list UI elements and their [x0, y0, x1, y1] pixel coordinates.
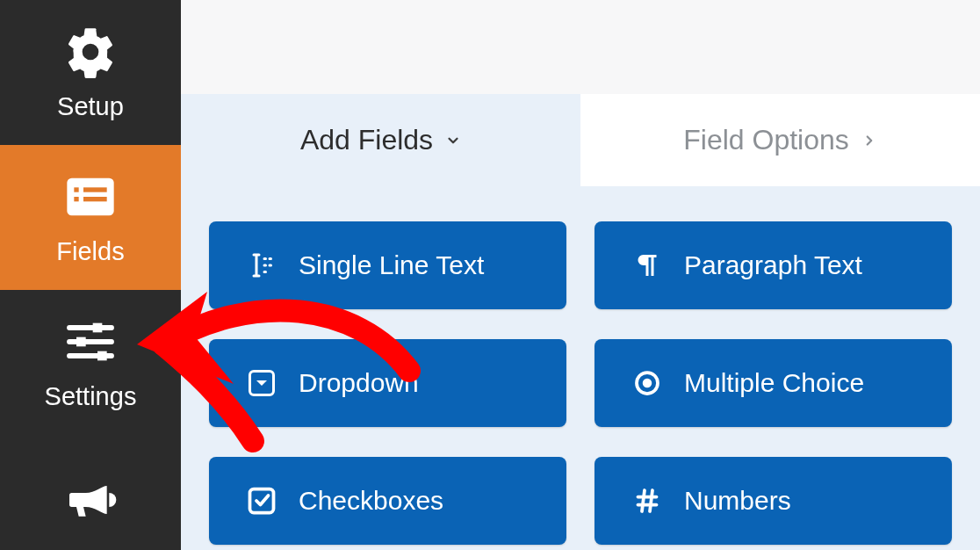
tab-label: Field Options — [683, 124, 849, 156]
field-paragraph-text[interactable]: Paragraph Text — [594, 221, 952, 309]
checkbox-icon — [246, 485, 277, 517]
field-label: Multiple Choice — [684, 368, 864, 398]
list-icon — [61, 169, 120, 225]
field-single-line-text[interactable]: Single Line Text — [209, 221, 566, 309]
chevron-right-icon — [861, 133, 877, 148]
field-label: Numbers — [684, 486, 791, 516]
field-label: Paragraph Text — [684, 250, 862, 280]
field-label: Checkboxes — [299, 486, 443, 516]
svg-rect-1 — [74, 187, 78, 192]
megaphone-icon — [61, 472, 120, 528]
field-dropdown[interactable]: Dropdown — [209, 339, 566, 427]
svg-rect-3 — [74, 197, 78, 201]
svg-point-13 — [643, 379, 652, 388]
subtabs: Add Fields Field Options — [181, 94, 980, 186]
svg-rect-4 — [83, 197, 107, 201]
sidebar-item-label: Settings — [45, 382, 137, 411]
gear-icon — [61, 24, 120, 80]
sidebar-item-fields[interactable]: Fields — [0, 145, 181, 290]
sliders-icon — [61, 314, 120, 370]
field-label: Single Line Text — [299, 250, 484, 280]
field-grid: Single Line Text Paragraph Text Dropdown… — [209, 221, 952, 545]
field-checkboxes[interactable]: Checkboxes — [209, 457, 566, 545]
sidebar-item-settings[interactable]: Settings — [0, 290, 181, 435]
sidebar-item-marketing[interactable] — [0, 435, 181, 550]
svg-rect-9 — [76, 337, 86, 347]
radio-icon — [631, 367, 663, 399]
chevron-down-icon — [445, 133, 461, 148]
pilcrow-icon — [631, 250, 663, 281]
svg-line-17 — [642, 490, 645, 511]
tab-field-options[interactable]: Field Options — [580, 94, 980, 186]
tab-add-fields[interactable]: Add Fields — [181, 94, 580, 186]
hash-icon — [631, 485, 663, 517]
svg-rect-2 — [83, 187, 107, 192]
sidebar-item-label: Fields — [56, 237, 124, 266]
field-label: Dropdown — [299, 368, 419, 398]
caret-square-down-icon — [246, 367, 277, 399]
svg-rect-10 — [97, 351, 107, 361]
field-grid-wrap: Single Line Text Paragraph Text Dropdown… — [181, 186, 980, 550]
sidebar-item-label: Setup — [57, 92, 124, 121]
svg-line-18 — [650, 490, 652, 511]
sidebar-item-setup[interactable]: Setup — [0, 0, 181, 145]
text-cursor-icon — [246, 250, 277, 281]
tab-label: Add Fields — [300, 124, 433, 156]
sidebar: Setup Fields Settings — [0, 0, 181, 550]
svg-rect-8 — [93, 323, 103, 333]
topbar — [181, 0, 980, 94]
field-multiple-choice[interactable]: Multiple Choice — [594, 339, 952, 427]
main-panel: Add Fields Field Options Single Line Tex… — [181, 0, 980, 550]
field-numbers[interactable]: Numbers — [594, 457, 952, 545]
